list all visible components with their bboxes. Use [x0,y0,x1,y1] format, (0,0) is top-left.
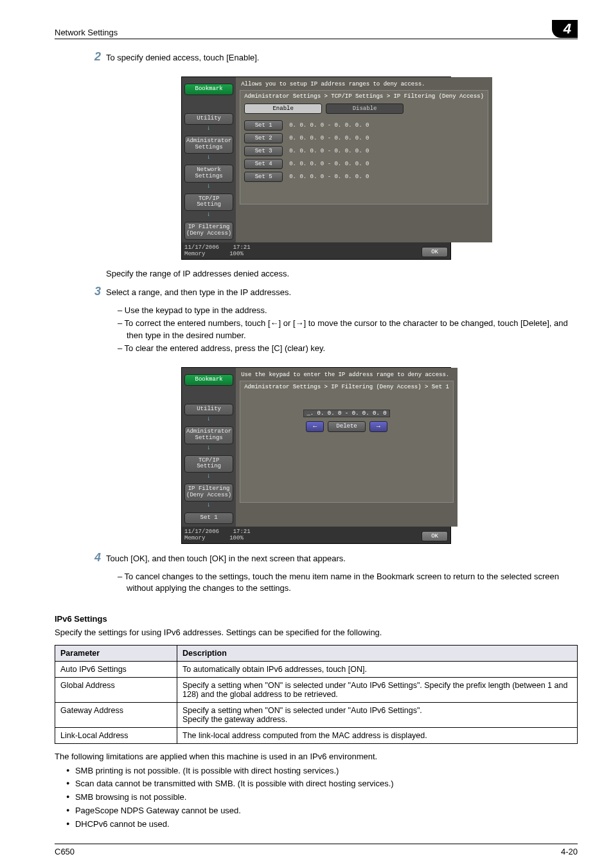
device-screenshot-1: Bookmark Utility ↓ Administrator Setting… [181,77,451,260]
chapter-badge: 4 [552,20,578,38]
footer-time: 17:21 [233,244,251,251]
enable-tab[interactable]: Enable [244,104,322,114]
ip-range-3: 0. 0. 0. 0 - 0. 0. 0. 0 [289,148,369,154]
arrow-down-icon: ↓ [184,125,233,132]
step-3-bullet-1: Use the keypad to type in the address. [127,305,578,316]
arrow-down-icon: ↓ [184,445,233,451]
footer-date: 11/17/2006 [184,244,219,251]
utility-button[interactable]: Utility [184,404,233,415]
step-4-bullet-1: To cancel changes to the settings, touch… [127,571,578,594]
admin-settings-button[interactable]: Administrator Settings [184,136,233,154]
page-header-title: Network Settings [55,28,118,37]
table-header-parameter: Parameter [55,645,177,661]
footer-page-number: 4-20 [561,847,578,856]
table-header-description: Description [177,645,578,661]
table-row: Auto IPv6 Settings To automatically obta… [55,661,578,677]
device-screenshot-2: Bookmark Utility ↓ Administrator Setting… [181,367,451,544]
breadcrumb: Administrator Settings > IP Filtering (D… [244,384,449,390]
delete-button[interactable]: Delete [328,421,365,432]
table-row: Gateway Address Specify a setting when "… [55,702,578,727]
table-row: Global Address Specify a setting when "O… [55,677,578,702]
footer-model: C650 [55,847,75,856]
tcpip-setting-button[interactable]: TCP/IP Setting [184,194,233,212]
step-3-bullet-2: To correct the entered numbers, touch [←… [127,318,578,341]
ipv6-limit-5: DHCPv6 cannot be used. [75,818,578,831]
arrow-down-icon: ↓ [184,416,233,422]
set-3-button[interactable]: Set 3 [244,146,283,156]
arrow-left-button[interactable]: ← [306,421,324,432]
bookmark-button[interactable]: Bookmark [184,84,233,95]
ipv6-limit-3: SMB browsing is not possible. [75,791,578,804]
arrow-down-icon: ↓ [184,183,233,190]
footer-memory-label: Memory [184,251,205,257]
step-2-text: To specify denied access, touch [Enable]… [106,52,578,64]
set-4-button[interactable]: Set 4 [244,159,283,169]
device-instruction: Allows you to setup IP address ranges to… [240,80,488,90]
set-1-button[interactable]: Set 1 [244,120,283,131]
step-2-after-text: Specify the range of IP addresses denied… [106,269,578,278]
ip-filtering-button[interactable]: IP Filtering (Deny Access) [184,222,233,240]
breadcrumb: Administrator Settings > TCP/IP Settings… [244,93,484,100]
ip-range-1: 0. 0. 0. 0 - 0. 0. 0. 0 [289,122,369,129]
admin-settings-button[interactable]: Administrator Settings [184,426,233,444]
footer-memory-pct: 100% [229,535,244,541]
ip-entry-field[interactable]: _. 0. 0. 0 - 0. 0. 0. 0 [303,410,389,417]
step-4-text: Touch [OK], and then touch [OK] in the n… [106,553,578,565]
ip-range-2: 0. 0. 0. 0 - 0. 0. 0. 0 [289,135,369,141]
ipv6-heading: IPv6 Settings [55,614,578,624]
ip-range-5: 0. 0. 0. 0 - 0. 0. 0. 0 [289,174,369,180]
device-instruction: Use the keypad to enter the IP address r… [240,370,454,381]
ipv6-limit-4: PageScope NDPS Gateway cannot be used. [75,805,578,817]
ok-button[interactable]: OK [422,531,448,541]
footer-memory-label: Memory [184,535,205,541]
step-3-number: 3 [87,285,106,298]
network-settings-button[interactable]: Network Settings [184,165,233,183]
footer-time: 17:21 [233,529,251,535]
arrow-down-icon: ↓ [184,473,233,480]
footer-date: 11/17/2006 [184,529,219,535]
disable-tab[interactable]: Disable [326,104,404,114]
ipv6-limit-2: Scan data cannot be transmitted with SMB… [75,778,578,790]
step-3-bullet-3: To clear the entered address, press the … [127,343,578,354]
step-3-text: Select a range, and then type in the IP … [106,287,578,298]
set-1-nav-button[interactable]: Set 1 [184,512,233,524]
ipv6-limit-1: SMB printing is not possible. (It is pos… [75,765,578,777]
set-2-button[interactable]: Set 2 [244,133,283,143]
footer-memory-pct: 100% [229,251,244,257]
ipv6-intro: Specify the settings for using IPv6 addr… [55,628,578,637]
set-5-button[interactable]: Set 5 [244,172,283,182]
arrow-right-button[interactable]: → [369,421,387,432]
arrow-down-icon: ↓ [184,502,233,509]
ip-filtering-button[interactable]: IP Filtering (Deny Access) [184,484,233,502]
tcpip-setting-button[interactable]: TCP/IP Setting [184,455,233,473]
ip-range-4: 0. 0. 0. 0 - 0. 0. 0. 0 [289,161,369,167]
bookmark-button[interactable]: Bookmark [184,374,233,386]
ok-button[interactable]: OK [422,247,448,257]
step-2-number: 2 [87,50,106,64]
utility-button[interactable]: Utility [184,113,233,125]
arrow-down-icon: ↓ [184,212,233,218]
ipv6-parameter-table: Parameter Description Auto IPv6 Settings… [55,645,578,744]
arrow-down-icon: ↓ [184,154,233,161]
table-row: Link-Local Address The link-local addres… [55,727,578,743]
step-4-number: 4 [87,551,106,565]
ipv6-limitations-intro: The following limitations are applied wh… [55,752,578,761]
